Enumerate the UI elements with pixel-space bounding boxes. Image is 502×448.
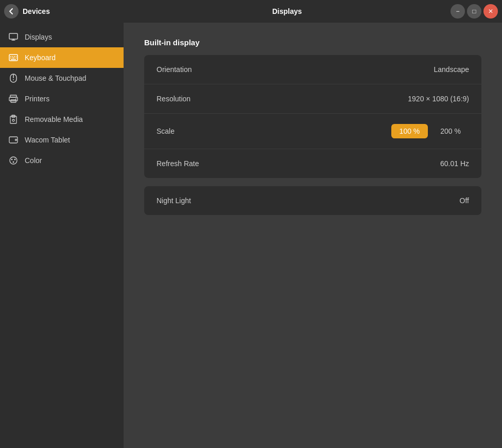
- refresh-rate-row[interactable]: Refresh Rate 60.01 Hz: [144, 149, 481, 178]
- section-title: Built-in display: [144, 38, 481, 47]
- tablet-icon: [8, 135, 19, 145]
- svg-rect-5: [16, 56, 17, 57]
- removable-icon: [8, 114, 19, 124]
- svg-point-23: [14, 159, 16, 160]
- scale-label: Scale: [157, 127, 175, 135]
- svg-rect-3: [12, 56, 13, 57]
- resolution-value: 1920 × 1080 (16:9): [408, 95, 469, 103]
- sidebar-label-displays: Displays: [25, 33, 52, 41]
- refresh-rate-value: 60.01 Hz: [440, 159, 469, 168]
- sidebar-label-removable: Removable Media: [25, 115, 83, 123]
- svg-point-22: [11, 159, 13, 160]
- back-button[interactable]: [4, 4, 19, 19]
- svg-point-18: [12, 119, 14, 121]
- color-icon: [8, 155, 19, 166]
- svg-rect-6: [10, 58, 11, 59]
- svg-rect-9: [11, 59, 16, 60]
- refresh-rate-label: Refresh Rate: [157, 159, 199, 168]
- maximize-button[interactable]: □: [467, 4, 481, 19]
- svg-point-20: [15, 139, 17, 141]
- night-light-value: Off: [460, 196, 469, 205]
- sidebar-item-mouse-touchpad[interactable]: Mouse & Touchpad: [0, 68, 124, 88]
- scale-options: 100 % 200 %: [391, 124, 469, 138]
- window-controls: − □ ✕: [451, 4, 502, 19]
- scale-100-button[interactable]: 100 %: [391, 124, 428, 138]
- orientation-value: Landscape: [434, 65, 469, 74]
- svg-rect-4: [14, 56, 15, 57]
- scale-200-button[interactable]: 200 %: [432, 124, 469, 138]
- orientation-label: Orientation: [157, 65, 192, 74]
- printer-icon: [8, 94, 19, 104]
- scale-row: Scale 100 % 200 %: [144, 114, 481, 149]
- svg-rect-8: [16, 58, 17, 59]
- sidebar-label-printers: Printers: [25, 95, 49, 103]
- mouse-icon: [8, 73, 19, 83]
- main-title: Displays: [272, 7, 302, 15]
- main-layout: Displays Keyboard: [0, 23, 502, 448]
- display-icon: [8, 32, 19, 42]
- close-button[interactable]: ✕: [483, 4, 498, 19]
- svg-rect-15: [15, 99, 16, 100]
- svg-point-21: [10, 157, 17, 164]
- svg-point-24: [13, 162, 14, 163]
- titlebar-left: Devices: [0, 4, 124, 19]
- svg-rect-7: [12, 58, 15, 59]
- keyboard-icon: [8, 52, 19, 63]
- sidebar-item-removable-media[interactable]: Removable Media: [0, 109, 124, 130]
- svg-rect-19: [9, 137, 18, 143]
- titlebar-center: Displays: [124, 7, 451, 15]
- night-light-label: Night Light: [157, 196, 191, 205]
- sidebar-item-wacom-tablet[interactable]: Wacom Tablet: [0, 130, 124, 150]
- sidebar-label-keyboard: Keyboard: [25, 53, 56, 62]
- sidebar-item-displays[interactable]: Displays: [0, 27, 124, 47]
- sidebar-label-mouse: Mouse & Touchpad: [25, 74, 86, 82]
- orientation-row[interactable]: Orientation Landscape: [144, 55, 481, 84]
- resolution-label: Resolution: [157, 95, 191, 103]
- svg-rect-2: [10, 56, 11, 57]
- minimize-button[interactable]: −: [451, 4, 465, 19]
- svg-rect-0: [9, 33, 18, 39]
- content-area: Built-in display Orientation Landscape R…: [124, 23, 502, 448]
- sidebar-item-printers[interactable]: Printers: [0, 88, 124, 109]
- display-settings-card: Orientation Landscape Resolution 1920 × …: [144, 55, 481, 178]
- night-light-row[interactable]: Night Light Off: [144, 186, 481, 215]
- resolution-row[interactable]: Resolution 1920 × 1080 (16:9): [144, 84, 481, 114]
- sidebar: Displays Keyboard: [0, 23, 124, 448]
- night-light-card: Night Light Off: [144, 186, 481, 215]
- sidebar-label-wacom: Wacom Tablet: [25, 136, 70, 144]
- sidebar-item-keyboard[interactable]: Keyboard: [0, 47, 124, 68]
- svg-point-11: [13, 79, 14, 80]
- sidebar-item-color[interactable]: Color: [0, 150, 124, 171]
- section-title: Devices: [23, 7, 50, 15]
- titlebar: Devices Displays − □ ✕: [0, 0, 502, 23]
- sidebar-label-color: Color: [25, 156, 42, 165]
